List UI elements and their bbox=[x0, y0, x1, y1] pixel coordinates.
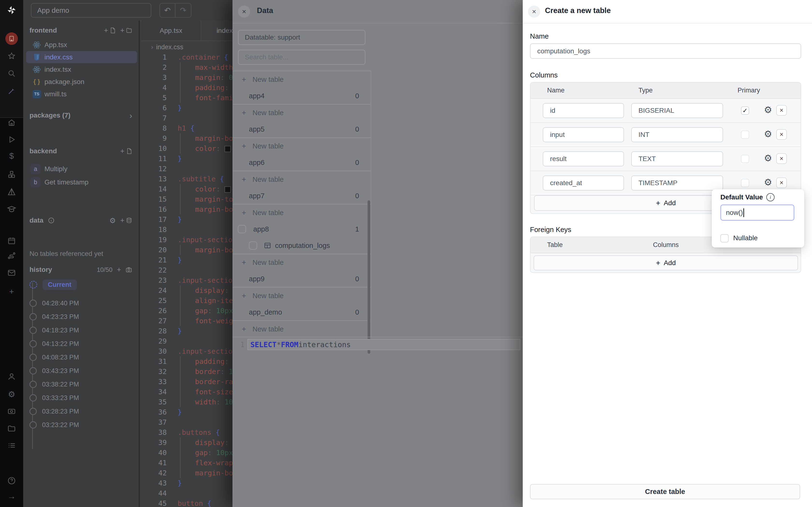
new-table-button[interactable]: +New table bbox=[233, 104, 371, 121]
search-icon[interactable] bbox=[0, 67, 23, 80]
table-row-app7[interactable]: app70 bbox=[233, 187, 371, 204]
new-table-button[interactable]: +New table bbox=[233, 287, 371, 304]
user-icon[interactable] bbox=[0, 370, 23, 383]
backend-item-multiply[interactable]: aMultiply bbox=[23, 162, 140, 175]
column-type-input[interactable]: INT bbox=[631, 127, 723, 142]
new-table-button[interactable]: +New table bbox=[233, 137, 371, 154]
primary-checkbox[interactable] bbox=[741, 179, 749, 187]
backend-section-header[interactable]: backend + bbox=[30, 146, 132, 157]
column-name-input[interactable]: input bbox=[543, 127, 624, 142]
file-item-package.json[interactable]: { }package.json bbox=[23, 75, 140, 88]
code-area[interactable]: 1.container {2max-width: 1200px;3margin:… bbox=[141, 52, 233, 507]
workspace-icon[interactable] bbox=[0, 32, 23, 45]
history-entry[interactable]: 03:28:23 PM bbox=[30, 405, 79, 418]
add-folder-icon[interactable]: + bbox=[120, 26, 132, 35]
remove-column-icon[interactable]: × bbox=[776, 177, 787, 188]
create-table-button[interactable]: Create table bbox=[530, 484, 800, 499]
logout-arrow-icon[interactable]: → bbox=[0, 489, 23, 503]
history-current-row[interactable]: Current bbox=[30, 279, 77, 290]
redo-button[interactable]: ↷ bbox=[175, 3, 191, 18]
new-table-button[interactable]: +New table bbox=[233, 71, 371, 88]
table-row-app8[interactable]: app81 bbox=[233, 221, 371, 237]
runs-play-icon[interactable] bbox=[0, 133, 23, 146]
history-entry[interactable]: 04:23:23 PM bbox=[30, 310, 79, 324]
default-value-input[interactable]: now() bbox=[720, 205, 794, 221]
variables-dollar-icon[interactable]: $ bbox=[0, 149, 23, 163]
sql-query-line[interactable]: SELECT * FROM interactions bbox=[248, 339, 520, 350]
table-list-scrollbar[interactable] bbox=[367, 201, 370, 354]
column-name-input[interactable]: result bbox=[543, 151, 624, 166]
column-name-input[interactable]: id bbox=[543, 103, 624, 118]
new-table-button[interactable]: +New table bbox=[233, 320, 371, 337]
folders-icon[interactable] bbox=[0, 422, 23, 435]
datatable-select[interactable]: Datatable: support bbox=[238, 30, 365, 45]
history-entry[interactable]: 03:33:23 PM bbox=[30, 391, 79, 405]
sql-editor[interactable]: 1 SELECT * FROM interactions bbox=[233, 338, 523, 350]
favorites-star-icon[interactable] bbox=[0, 49, 23, 63]
history-entry[interactable]: 04:28:40 PM bbox=[30, 296, 79, 310]
history-section-header[interactable]: history 10/50 + bbox=[30, 264, 132, 275]
history-entry[interactable]: 04:08:23 PM bbox=[30, 350, 79, 364]
add-script-icon[interactable]: + bbox=[120, 147, 132, 155]
history-entry[interactable]: 03:43:23 PM bbox=[30, 364, 79, 378]
table-row-app4[interactable]: app40 bbox=[233, 88, 371, 104]
column-name-input[interactable]: created_at bbox=[543, 175, 624, 190]
packages-section-header[interactable]: packages (7) › bbox=[30, 110, 132, 121]
ai-wand-icon[interactable] bbox=[0, 84, 23, 98]
flows-route-icon[interactable] bbox=[0, 249, 23, 263]
instance-settings-icon[interactable] bbox=[0, 405, 23, 418]
remove-column-icon[interactable]: × bbox=[776, 153, 787, 164]
data-settings-gear-icon[interactable]: ⚙ bbox=[109, 216, 116, 225]
column-settings-gear-icon[interactable]: ⚙ bbox=[764, 153, 772, 163]
frontend-section-header[interactable]: frontend + + bbox=[30, 25, 132, 36]
help-icon[interactable] bbox=[0, 474, 23, 488]
app-title-input[interactable]: App demo bbox=[31, 3, 151, 18]
primary-checkbox[interactable]: ✓ bbox=[741, 107, 749, 115]
column-settings-gear-icon[interactable]: ⚙ bbox=[764, 177, 772, 187]
home-icon[interactable] bbox=[0, 116, 23, 129]
history-entry[interactable]: 04:13:22 PM bbox=[30, 337, 79, 350]
schedules-pyramid-icon[interactable] bbox=[0, 185, 23, 199]
history-add-icon[interactable]: + bbox=[117, 266, 121, 274]
file-item-index.css[interactable]: index.css bbox=[26, 51, 137, 63]
file-item-wmill.ts[interactable]: TSwmill.ts bbox=[23, 88, 140, 100]
undo-button[interactable]: ↶ bbox=[159, 3, 175, 18]
history-entry[interactable]: 03:38:22 PM bbox=[30, 378, 79, 391]
add-datatable-icon[interactable]: + bbox=[120, 216, 132, 225]
new-table-button[interactable]: +New table bbox=[233, 171, 371, 187]
column-settings-gear-icon[interactable]: ⚙ bbox=[764, 129, 772, 139]
resources-cubes-icon[interactable] bbox=[0, 168, 23, 181]
table-search-input[interactable]: Search table... bbox=[238, 50, 365, 65]
new-table-button[interactable]: +New table bbox=[233, 204, 371, 221]
backend-item-get-timestamp[interactable]: bGet timestamp bbox=[23, 175, 140, 189]
table-child-row-computation_logs[interactable]: computation_logs bbox=[233, 237, 371, 254]
data-drawer-close-icon[interactable]: × bbox=[238, 6, 250, 18]
create-drawer-close-icon[interactable]: × bbox=[528, 6, 540, 18]
breadcrumb[interactable]: ›index.css bbox=[151, 44, 184, 51]
add-plus-icon[interactable]: + bbox=[0, 285, 23, 298]
data-section-header[interactable]: data ⚙ + bbox=[30, 215, 132, 226]
table-row-app9[interactable]: app90 bbox=[233, 271, 371, 287]
history-snapshot-camera-icon[interactable] bbox=[125, 266, 132, 273]
table-row-app_demo[interactable]: app_demo0 bbox=[233, 304, 371, 320]
add-file-icon[interactable]: + bbox=[104, 26, 116, 35]
history-entry[interactable]: 03:23:22 PM bbox=[30, 418, 79, 432]
table-checkbox[interactable] bbox=[249, 241, 257, 249]
column-type-input[interactable]: TEXT bbox=[631, 151, 723, 166]
primary-checkbox[interactable] bbox=[741, 131, 749, 139]
windmill-logo-icon[interactable] bbox=[0, 3, 23, 17]
learn-graduation-icon[interactable] bbox=[0, 202, 23, 216]
logs-list-icon[interactable] bbox=[0, 439, 23, 452]
table-checkbox[interactable] bbox=[238, 225, 246, 233]
remove-column-icon[interactable]: × bbox=[776, 105, 787, 116]
primary-checkbox[interactable] bbox=[741, 155, 749, 163]
table-name-input[interactable]: computation_logs bbox=[530, 44, 801, 59]
remove-column-icon[interactable]: × bbox=[776, 129, 787, 140]
mail-icon[interactable] bbox=[0, 266, 23, 280]
table-row-app5[interactable]: app50 bbox=[233, 121, 371, 137]
tab-index.css[interactable]: index.css bbox=[201, 20, 233, 41]
column-type-input[interactable]: BIGSERIAL bbox=[631, 103, 723, 118]
file-item-App.tsx[interactable]: App.tsx bbox=[23, 39, 140, 51]
table-row-app6[interactable]: app60 bbox=[233, 154, 371, 171]
column-settings-gear-icon[interactable]: ⚙ bbox=[764, 105, 772, 115]
